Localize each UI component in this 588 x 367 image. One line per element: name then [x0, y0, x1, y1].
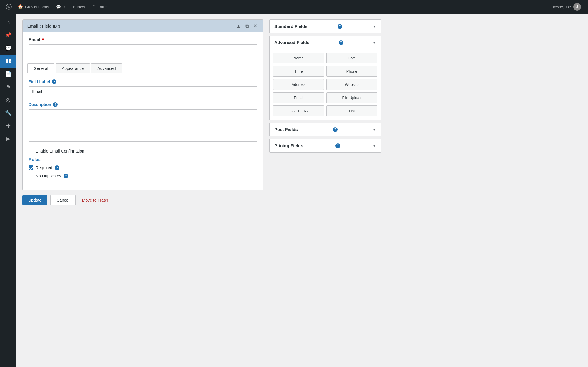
comment-icon: 💬 — [56, 5, 61, 9]
comments-link[interactable]: 💬 0 — [53, 0, 68, 14]
svg-rect-2 — [6, 59, 8, 61]
field-card-title: Email : Field ID 3 — [27, 24, 60, 29]
fields-sidebar: Standard Fields ? ▼ Advanced Fields ? ▼ … — [269, 19, 381, 361]
forms-nav-icon: 🗒 — [92, 5, 96, 9]
field-website-btn[interactable]: Website — [326, 79, 377, 90]
delete-field-button[interactable]: ✕ — [252, 23, 258, 29]
field-date-btn[interactable]: Date — [326, 53, 377, 63]
field-preview-label: Email * — [29, 37, 257, 42]
tab-advanced[interactable]: Advanced — [91, 63, 122, 73]
tab-appearance[interactable]: Appearance — [56, 63, 90, 73]
new-link[interactable]: ＋ New — [68, 0, 88, 14]
avatar: J — [573, 3, 581, 11]
field-tabs: General Appearance Advanced — [23, 60, 263, 73]
cancel-button[interactable]: Cancel — [50, 195, 76, 205]
field-card-actions: ▲ ⧉ ✕ — [235, 23, 258, 29]
sidebar-item-wrench[interactable]: 🔧 — [0, 106, 16, 119]
required-star: * — [42, 37, 44, 42]
no-duplicates-row: No Duplicates ? — [29, 174, 257, 178]
standard-fields-section: Standard Fields ? ▼ — [269, 19, 381, 33]
pricing-fields-section: Pricing Fields ? ▼ — [269, 139, 381, 153]
forms-link[interactable]: 🗒 Forms — [88, 0, 112, 14]
sidebar-item-forms[interactable] — [0, 55, 16, 68]
field-preview-input[interactable] — [29, 44, 257, 55]
field-editor: Email : Field ID 3 ▲ ⧉ ✕ Email * General… — [22, 19, 263, 361]
field-address-btn[interactable]: Address — [273, 79, 324, 90]
email-confirmation-label[interactable]: Enable Email Confirmation — [36, 149, 84, 153]
field-list-btn[interactable]: List — [326, 105, 377, 116]
description-textarea[interactable] — [29, 109, 257, 142]
no-duplicates-help[interactable]: ? — [64, 174, 68, 178]
svg-text:W: W — [7, 5, 11, 9]
post-fields-help[interactable]: ? — [333, 127, 338, 132]
field-name-btn[interactable]: Name — [273, 53, 324, 63]
move-to-trash-button[interactable]: Move to Trash — [81, 195, 109, 205]
advanced-fields-grid: Name Date Time Phone Address Website Ema… — [270, 49, 381, 120]
post-fields-section: Post Fields ? ▼ — [269, 123, 381, 136]
field-card: Email : Field ID 3 ▲ ⧉ ✕ Email * General… — [22, 19, 263, 190]
admin-bar: W 🏠 Gravity Forms 💬 0 ＋ New 🗒 Forms Howd… — [0, 0, 588, 14]
sidebar-item-flag[interactable]: ⚑ — [0, 81, 16, 93]
email-confirmation-checkbox[interactable] — [29, 149, 33, 153]
field-preview: Email * — [23, 32, 263, 60]
update-button[interactable]: Update — [22, 195, 47, 205]
post-fields-header[interactable]: Post Fields ? ▼ — [270, 123, 381, 136]
field-phone-btn[interactable]: Phone — [326, 66, 377, 77]
main-content: Email : Field ID 3 ▲ ⧉ ✕ Email * General… — [16, 14, 588, 367]
sidebar-item-pin[interactable]: 📌 — [0, 29, 16, 42]
svg-rect-5 — [9, 61, 11, 63]
advanced-fields-chevron: ▼ — [372, 41, 376, 45]
sidebar-item-comments[interactable]: 💬 — [0, 42, 16, 55]
collapse-button[interactable]: ▲ — [235, 23, 242, 29]
required-checkbox[interactable] — [29, 165, 33, 170]
description-row: Description ? — [29, 102, 257, 143]
sidebar-item-dashboard[interactable]: ⌂ — [0, 16, 16, 29]
required-help[interactable]: ? — [55, 165, 59, 170]
sidebar-item-plus[interactable]: ✚ — [0, 119, 16, 132]
admin-sidebar: ⌂ 📌 💬 📄 ⚑ ◎ 🔧 ✚ ▶ — [0, 14, 16, 367]
email-confirmation-row: Enable Email Confirmation — [29, 149, 257, 153]
pricing-fields-chevron: ▼ — [372, 144, 376, 148]
no-duplicates-label[interactable]: No Duplicates — [36, 174, 61, 178]
sidebar-item-play[interactable]: ▶ — [0, 132, 16, 145]
svg-rect-3 — [9, 59, 11, 61]
plus-icon: ＋ — [72, 4, 76, 9]
description-heading: Description ? — [29, 102, 257, 107]
home-icon: 🏠 — [18, 4, 23, 9]
sidebar-item-circle[interactable]: ◎ — [0, 93, 16, 106]
field-file-upload-btn[interactable]: File Upload — [326, 92, 377, 103]
required-label[interactable]: Required — [36, 165, 52, 170]
advanced-fields-header[interactable]: Advanced Fields ? ▼ — [270, 36, 381, 49]
no-duplicates-checkbox[interactable] — [29, 174, 33, 178]
rules-heading: Rules — [29, 157, 257, 162]
field-captcha-btn[interactable]: CAPTCHA — [273, 105, 324, 116]
standard-fields-chevron: ▼ — [372, 24, 376, 29]
gravity-forms-link[interactable]: 🏠 Gravity Forms — [14, 0, 53, 14]
field-email-btn[interactable]: Email — [273, 92, 324, 103]
description-help[interactable]: ? — [53, 102, 58, 107]
standard-fields-header[interactable]: Standard Fields ? ▼ — [270, 20, 381, 33]
tab-general[interactable]: General — [27, 63, 54, 73]
field-settings: Field Label ? Description ? Enab — [23, 73, 263, 190]
field-label-help[interactable]: ? — [52, 79, 56, 84]
rules-section: Rules Required ? No Duplicates ? — [29, 157, 257, 178]
sidebar-item-pages[interactable]: 📄 — [0, 68, 16, 81]
pricing-fields-header[interactable]: Pricing Fields ? ▼ — [270, 139, 381, 152]
svg-rect-4 — [6, 61, 8, 63]
field-label-row: Field Label ? — [29, 79, 257, 96]
advanced-fields-section: Advanced Fields ? ▼ Name Date Time Phone… — [269, 36, 381, 120]
advanced-fields-help[interactable]: ? — [339, 40, 343, 45]
pricing-fields-help[interactable]: ? — [335, 143, 340, 148]
field-label-input[interactable] — [29, 86, 257, 96]
wp-icon[interactable]: W — [4, 0, 14, 14]
duplicate-button[interactable]: ⧉ — [244, 23, 250, 29]
field-label-heading: Field Label ? — [29, 79, 257, 84]
standard-fields-help[interactable]: ? — [338, 24, 342, 29]
required-row: Required ? — [29, 165, 257, 170]
field-time-btn[interactable]: Time — [273, 66, 324, 77]
user-howdy[interactable]: Howdy, Joe J — [548, 3, 584, 11]
field-card-header: Email : Field ID 3 ▲ ⧉ ✕ — [23, 20, 263, 32]
post-fields-chevron: ▼ — [372, 128, 376, 132]
action-buttons: Update Cancel Move to Trash — [22, 190, 263, 210]
